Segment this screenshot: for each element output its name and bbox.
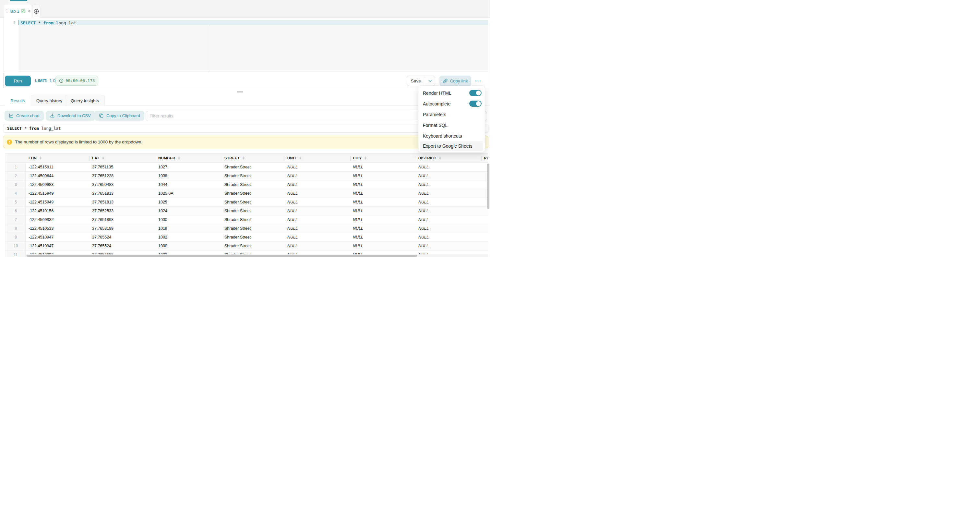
cell: -122.4510947 bbox=[26, 233, 89, 241]
table-row[interactable]: 9-122.451094737.7655241002Shrader Street… bbox=[6, 233, 488, 242]
toggle-on[interactable] bbox=[469, 90, 482, 96]
copy-to-clipboard-button[interactable]: Copy to Clipboard bbox=[95, 111, 144, 121]
row-number: 11 bbox=[6, 251, 26, 257]
cell: NULL bbox=[350, 242, 416, 250]
horizontal-scrollbar-thumb[interactable] bbox=[27, 255, 417, 257]
menu-item-render-html[interactable]: Render HTML bbox=[418, 88, 485, 98]
create-chart-button[interactable]: Create chart bbox=[5, 111, 44, 121]
warning-text: The number of rows displayed is limited … bbox=[15, 139, 142, 144]
code-line[interactable]: SELECT * from long_lat bbox=[21, 21, 76, 25]
column-header-lon[interactable]: LON bbox=[26, 153, 89, 163]
cell: 1038 bbox=[156, 172, 222, 180]
cell: 37.7651813 bbox=[89, 198, 156, 206]
cell: NULL bbox=[416, 172, 481, 180]
row-number: 10 bbox=[6, 242, 26, 250]
row-limit-warning-banner: ! The number of rows displayed is limite… bbox=[3, 136, 488, 148]
menu-item-format-sql[interactable]: Format SQL bbox=[418, 120, 485, 131]
cell: -122.4509983 bbox=[26, 180, 89, 189]
cell: 1044 bbox=[156, 180, 222, 189]
sql-code-editor[interactable]: 1 SELECT * from long_lat bbox=[3, 18, 488, 72]
tab-query-insights[interactable]: Query Insights bbox=[65, 95, 105, 106]
cell: NULL bbox=[350, 198, 416, 206]
tab-1[interactable]: Tab 1 ✕ bbox=[4, 5, 32, 18]
column-header-re[interactable]: RE bbox=[481, 153, 488, 163]
download-icon bbox=[50, 113, 55, 118]
cell: NULL bbox=[416, 180, 481, 189]
limit-label: LIMIT: bbox=[35, 78, 47, 83]
copy-link-button[interactable]: Copy link bbox=[439, 76, 471, 86]
menu-item-export-to-google-sheets[interactable]: Export to Google Sheets bbox=[420, 141, 483, 151]
column-header-city[interactable]: CITY bbox=[350, 153, 416, 163]
results-table: LONLATNUMBERSTREETUNITCITYDISTRICTRE 1-1… bbox=[5, 153, 488, 257]
tab-query-history[interactable]: Query history bbox=[30, 95, 68, 106]
timer-value: 00:00:00.173 bbox=[65, 78, 95, 83]
cell: 37.7652533 bbox=[89, 207, 156, 215]
save-split-button[interactable]: Save bbox=[407, 76, 435, 86]
cell: NULL bbox=[416, 233, 481, 241]
cell: NULL bbox=[416, 163, 481, 171]
drag-handle-icon[interactable] bbox=[6, 9, 8, 13]
table-row[interactable]: 2-122.450964437.76512281038Shrader Stree… bbox=[6, 172, 488, 180]
editor-gutter bbox=[3, 18, 19, 72]
table-row[interactable]: 6-122.451015637.76525331024Shrader Stree… bbox=[6, 207, 488, 215]
sort-icon[interactable] bbox=[178, 156, 180, 160]
cell: 1024 bbox=[156, 207, 222, 215]
menu-item-autocomplete[interactable]: Autocomplete bbox=[418, 98, 485, 109]
table-row[interactable]: 3-122.450998337.76504831044Shrader Stree… bbox=[6, 180, 488, 189]
cell: NULL bbox=[350, 224, 416, 233]
table-row[interactable]: 5-122.451594937.76518131025Shrader Stree… bbox=[6, 198, 488, 207]
table-row[interactable]: 1-122.451581137.76511351027Shrader Stree… bbox=[6, 163, 488, 172]
download-to-csv-button[interactable]: Download to CSV bbox=[46, 111, 95, 121]
cell: NULL bbox=[350, 233, 416, 241]
more-options-button[interactable] bbox=[474, 78, 482, 83]
column-header-district[interactable]: DISTRICT bbox=[416, 153, 481, 163]
cell: Shrader Street bbox=[222, 180, 285, 189]
row-number: 9 bbox=[6, 233, 26, 241]
table-row[interactable]: 7-122.450983237.76518981030Shrader Stree… bbox=[6, 215, 488, 224]
sort-icon[interactable] bbox=[243, 156, 245, 160]
warning-icon: ! bbox=[7, 139, 12, 145]
cell: Shrader Street bbox=[222, 189, 285, 198]
cell: 1018 bbox=[156, 224, 222, 233]
vertical-scrollbar[interactable] bbox=[487, 164, 489, 209]
table-row[interactable]: 10-122.451094737.7655241000Shrader Stree… bbox=[6, 242, 488, 251]
sort-icon[interactable] bbox=[102, 156, 104, 160]
new-tab-button[interactable] bbox=[32, 5, 40, 18]
column-header-number[interactable]: NUMBER bbox=[156, 153, 222, 163]
results-tab-strip: ResultsQuery historyQuery Insights bbox=[0, 95, 490, 106]
cell: 37.7651898 bbox=[89, 215, 156, 224]
check-circle-icon bbox=[21, 9, 25, 13]
toggle-on[interactable] bbox=[469, 101, 482, 107]
chart-icon bbox=[9, 113, 14, 118]
sort-icon[interactable] bbox=[299, 156, 301, 160]
sql-keyword: SELECT bbox=[7, 126, 22, 131]
row-number: 2 bbox=[6, 172, 26, 180]
save-button[interactable]: Save bbox=[407, 76, 425, 86]
menu-item-parameters[interactable]: Parameters bbox=[418, 109, 485, 120]
copy-icon bbox=[99, 113, 104, 118]
cell: 1030 bbox=[156, 215, 222, 224]
save-options-button[interactable] bbox=[425, 76, 435, 86]
sort-icon[interactable] bbox=[364, 156, 366, 160]
cell: Shrader Street bbox=[222, 198, 285, 206]
sort-icon[interactable] bbox=[439, 156, 441, 160]
horizontal-scrollbar[interactable] bbox=[26, 254, 488, 257]
results-actions: Create chartDownload to CSVCopy to Clipb… bbox=[0, 111, 490, 121]
column-header-street[interactable]: STREET bbox=[222, 153, 285, 163]
cell: 1025 bbox=[156, 198, 222, 206]
column-header-unit[interactable]: UNIT bbox=[285, 153, 350, 163]
cell: NULL bbox=[285, 163, 350, 171]
cell: Shrader Street bbox=[222, 242, 285, 250]
table-row[interactable]: 8-122.451053337.76531991018Shrader Stree… bbox=[6, 224, 488, 233]
pane-resize-handle[interactable] bbox=[237, 91, 243, 94]
tab-results[interactable]: Results bbox=[5, 95, 31, 106]
cell: NULL bbox=[350, 189, 416, 198]
menu-item-keyboard-shortcuts[interactable]: Keyboard shortcuts bbox=[418, 131, 485, 141]
close-tab-icon[interactable]: ✕ bbox=[27, 9, 31, 13]
sort-icon[interactable] bbox=[40, 156, 41, 160]
column-header-lat[interactable]: LAT bbox=[89, 153, 156, 163]
sql-identifier: long_lat bbox=[54, 21, 76, 25]
row-number: 4 bbox=[6, 189, 26, 198]
table-row[interactable]: 4-122.451594937.76518131025.0AShrader St… bbox=[6, 189, 488, 198]
run-button[interactable]: Run bbox=[5, 76, 31, 86]
